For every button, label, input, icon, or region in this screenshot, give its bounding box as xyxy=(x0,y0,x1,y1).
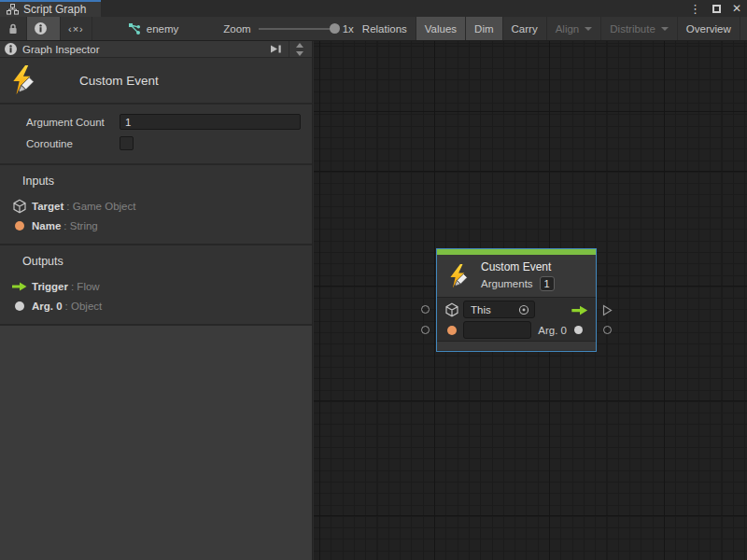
relations-label: Relations xyxy=(362,23,407,35)
inputs-section: Inputs Target : Game Object Name : Strin… xyxy=(0,165,312,245)
inputs-title: Inputs xyxy=(22,175,312,188)
flow-arrow-icon xyxy=(11,281,28,292)
target-field[interactable]: This xyxy=(463,301,535,318)
name-field[interactable] xyxy=(463,321,531,339)
custom-event-node[interactable]: Custom Event Arguments 1 This xyxy=(436,248,597,352)
relations-button[interactable]: Relations xyxy=(354,17,416,40)
event-fields: Argument Count Coroutine xyxy=(0,105,312,165)
header-spinner xyxy=(289,41,307,57)
tab-script-graph[interactable]: Script Graph xyxy=(0,0,101,17)
string-port-icon xyxy=(15,221,24,231)
string-port-icon[interactable] xyxy=(447,326,457,335)
argument-count-input[interactable] xyxy=(120,114,301,130)
node-arguments-label: Arguments xyxy=(481,278,533,289)
input-port-name[interactable] xyxy=(421,326,430,334)
zoom-slider-handle[interactable] xyxy=(330,23,340,34)
input-type: : Game Object xyxy=(66,201,135,212)
graph-breadcrumb-icon xyxy=(128,22,141,35)
graph-inspector-panel: Graph Inspector xyxy=(0,41,313,560)
game-object-icon xyxy=(444,302,459,317)
align-button: Align xyxy=(547,17,602,40)
argument-count-label: Argument Count xyxy=(26,117,120,128)
info-icon xyxy=(35,22,47,35)
window-menu-icon[interactable]: ⋮ xyxy=(689,2,701,16)
code-icon: ‹×› xyxy=(68,23,84,35)
output-name: Trigger xyxy=(32,281,68,292)
node-footer xyxy=(437,341,596,350)
breadcrumb[interactable]: enemy xyxy=(117,17,190,40)
input-row-target: Target : Game Object xyxy=(0,196,312,216)
carry-label: Carry xyxy=(512,23,538,35)
dropdown-arrow-icon xyxy=(585,27,592,31)
zoom-control: Zoom 1x xyxy=(223,17,354,40)
custom-event-icon xyxy=(8,64,40,96)
output-name: Arg. 0 xyxy=(32,301,63,312)
carry-button[interactable]: Carry xyxy=(503,17,547,40)
coroutine-checkbox[interactable] xyxy=(120,136,134,150)
tab-title: Script Graph xyxy=(23,3,86,16)
input-port-target[interactable] xyxy=(421,305,430,314)
custom-event-icon xyxy=(446,263,472,289)
node-arg0-label: Arg. 0 xyxy=(538,325,567,336)
outputs-title: Outputs xyxy=(22,255,312,268)
inspector-header: Graph Inspector xyxy=(0,41,312,58)
output-row-arg0: Arg. 0 : Object xyxy=(0,296,312,315)
distribute-button: Distribute xyxy=(601,17,678,40)
info-icon xyxy=(5,43,17,55)
unity-script-graph-window: Script Graph ⋮ ✕ ‹×› xyxy=(0,0,747,560)
script-graph-icon xyxy=(7,4,19,15)
dim-label: Dim xyxy=(474,23,493,35)
full-screen-button[interactable]: Full Screen xyxy=(740,17,747,40)
graph-canvas[interactable]: Custom Event Arguments 1 This xyxy=(314,41,747,560)
values-button[interactable]: Values xyxy=(416,17,466,40)
zoom-label: Zoom xyxy=(223,23,250,35)
output-type: : Object xyxy=(65,301,103,312)
window-controls: ⋮ ✕ xyxy=(689,0,741,17)
scroll-up-icon[interactable] xyxy=(296,43,303,48)
node-header[interactable]: Custom Event Arguments 1 xyxy=(437,255,596,298)
zoom-slider[interactable] xyxy=(259,28,335,30)
distribute-label: Distribute xyxy=(610,23,655,35)
titlebar: Script Graph ⋮ ✕ xyxy=(0,0,747,17)
output-row-trigger: Trigger : Flow xyxy=(0,276,312,296)
dropdown-arrow-icon xyxy=(661,27,669,31)
output-type: : Flow xyxy=(71,281,100,292)
overview-label: Overview xyxy=(686,23,731,35)
output-port-arg0[interactable] xyxy=(603,326,612,334)
input-name: Name xyxy=(32,220,61,231)
breadcrumb-label: enemy xyxy=(147,23,179,35)
outputs-section: Outputs Trigger : Flow Arg. 0 : Object xyxy=(0,245,312,326)
align-label: Align xyxy=(556,23,580,35)
object-picker-icon[interactable] xyxy=(517,303,530,316)
input-row-name: Name : String xyxy=(0,216,312,235)
maximize-icon[interactable] xyxy=(712,5,721,13)
object-port-icon xyxy=(15,301,24,311)
close-icon[interactable]: ✕ xyxy=(732,2,741,15)
node-body: This Arg. 0 xyxy=(437,298,596,341)
dim-button[interactable]: Dim xyxy=(466,17,502,40)
lock-icon xyxy=(7,22,19,35)
flow-arrow-icon[interactable] xyxy=(571,304,589,316)
object-port-icon[interactable] xyxy=(574,326,583,334)
toolbar: ‹×› enemy Zoom 1x Relations Values xyxy=(0,17,747,41)
dock-panel-icon[interactable] xyxy=(269,44,283,54)
inspector-toggle-button[interactable] xyxy=(27,17,61,40)
custom-event-header: Custom Event xyxy=(0,58,312,105)
zoom-value: 1x xyxy=(343,23,354,35)
lock-button[interactable] xyxy=(0,17,27,40)
target-field-value: This xyxy=(471,304,491,315)
values-label: Values xyxy=(425,23,457,35)
node-arguments-value[interactable]: 1 xyxy=(540,276,555,291)
overview-button[interactable]: Overview xyxy=(678,17,740,40)
scroll-down-icon[interactable] xyxy=(296,51,303,56)
input-type: : String xyxy=(63,220,97,231)
code-view-button[interactable]: ‹×› xyxy=(61,17,92,40)
node-title: Custom Event xyxy=(481,260,555,273)
output-port-trigger[interactable] xyxy=(602,303,613,320)
custom-event-title: Custom Event xyxy=(79,74,159,88)
coroutine-label: Coroutine xyxy=(26,138,120,149)
inspector-title: Graph Inspector xyxy=(22,44,99,55)
game-object-icon xyxy=(12,199,27,214)
input-name: Target xyxy=(32,201,63,212)
